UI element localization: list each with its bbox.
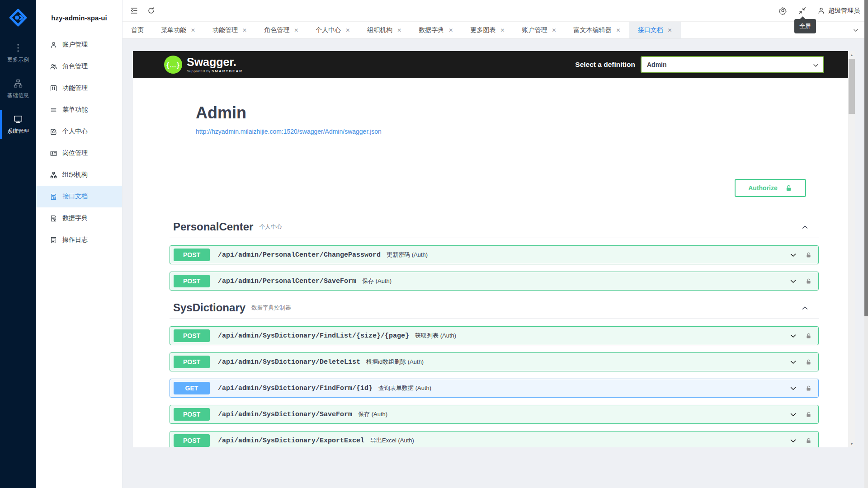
doc-search-icon [50, 193, 57, 201]
tab-label: 个人中心 [316, 26, 341, 34]
endpoint-row[interactable]: POST /api/admin/SysDictionary/ExportExce… [170, 431, 819, 447]
sidebar-item[interactable]: 菜单功能 [36, 99, 122, 121]
chevron-up-icon[interactable] [801, 304, 815, 312]
chevron-down-icon[interactable] [789, 251, 797, 259]
definition-select[interactable]: Admin [641, 56, 824, 73]
lock-open-icon[interactable] [805, 411, 812, 418]
api-title: Admin [196, 103, 824, 122]
edit-icon [50, 128, 57, 136]
select-definition-label: Select a definition [575, 61, 635, 69]
tab[interactable]: 账户管理✕ [513, 22, 565, 38]
tab-close-icon[interactable]: ✕ [616, 28, 621, 33]
endpoint-row[interactable]: POST /api/admin/SysDictionary/SaveForm 保… [170, 405, 819, 424]
tab[interactable]: 功能管理✕ [204, 22, 255, 38]
page-scrollbar[interactable] [864, 0, 868, 488]
tab[interactable]: 角色管理✕ [255, 22, 307, 38]
sidebar: hzy-admin-spa-ui 账户管理角色管理功能管理菜单功能个人中心岗位管… [36, 0, 123, 488]
sidebar-item-label: 岗位管理 [62, 149, 88, 157]
tab-close-icon[interactable]: ✕ [294, 28, 298, 33]
tab-close-icon[interactable]: ✕ [397, 28, 401, 33]
logo-diamond-icon [9, 8, 28, 27]
tab[interactable]: 富文本编辑器✕ [565, 22, 629, 38]
sidebar-item[interactable]: 数据字典 [36, 207, 122, 229]
tab-close-icon[interactable]: ✕ [552, 28, 556, 33]
sidebar-item[interactable]: 账户管理 [36, 34, 122, 56]
fullscreen-exit-icon[interactable] [798, 6, 807, 15]
lock-open-icon[interactable] [805, 333, 812, 339]
sidebar-item[interactable]: 操作日志 [36, 229, 122, 251]
tab-close-icon[interactable]: ✕ [345, 28, 350, 33]
tab[interactable]: 组织机构✕ [359, 22, 410, 38]
lock-open-icon[interactable] [805, 359, 812, 366]
lock-open-icon[interactable] [805, 437, 812, 444]
user-name: 超级管理员 [828, 7, 860, 15]
tab-label: 接口文档 [638, 26, 663, 34]
tab[interactable]: 数据字典✕ [410, 22, 462, 38]
endpoint-row[interactable]: POST /api/admin/SysDictionary/DeleteList… [170, 352, 819, 371]
org-chart-icon [13, 79, 23, 89]
endpoint-row[interactable]: GET /api/admin/SysDictionary/FindForm/{i… [170, 379, 819, 398]
sidebar-item[interactable]: 角色管理 [36, 56, 122, 77]
method-badge: POST [174, 275, 210, 287]
tab-close-icon[interactable]: ✕ [668, 28, 672, 33]
rail-item-more-examples[interactable]: 更多示例 [0, 35, 36, 71]
section-header[interactable]: SysDictionary 数据字典控制器 [170, 301, 819, 319]
tab-label: 账户管理 [522, 26, 547, 34]
sidebar-item[interactable]: 组织机构 [36, 164, 122, 186]
chevron-down-icon [812, 62, 819, 69]
authorize-button[interactable]: Authorize [735, 179, 806, 197]
tab[interactable]: 更多图表✕ [462, 22, 513, 38]
app-title: hzy-admin-spa-ui [36, 0, 122, 34]
sidebar-item[interactable]: 岗位管理 [36, 142, 122, 164]
chevron-down-icon[interactable] [789, 277, 797, 285]
tab[interactable]: 首页 [123, 22, 152, 38]
page-scrollbar-thumb[interactable] [864, 0, 868, 316]
chevron-down-icon[interactable] [789, 437, 797, 445]
app-logo[interactable] [0, 0, 36, 35]
api-section: PersonalCenter 个人中心 POST /api/admin/Pers… [164, 221, 824, 291]
tab-close-icon[interactable]: ✕ [242, 28, 247, 33]
sidebar-item[interactable]: 接口文档 [36, 186, 122, 207]
scroll-down-icon[interactable]: ▼ [848, 440, 855, 447]
swagger-logo[interactable]: {…} Swagger. Supported by SMARTBEAR [164, 56, 243, 74]
swagger-scrollbar-thumb[interactable] [849, 59, 855, 114]
tab-close-icon[interactable]: ✕ [448, 28, 453, 33]
rail-item-basic-info[interactable]: 基础信息 [0, 71, 36, 107]
chevron-down-icon[interactable] [789, 358, 797, 366]
section-header[interactable]: PersonalCenter 个人中心 [170, 221, 819, 238]
tab-close-icon[interactable]: ✕ [500, 28, 505, 33]
fullscreen-tooltip: 全屏 [794, 19, 816, 33]
endpoint-row[interactable]: POST /api/admin/PersonalCenter/SaveForm … [170, 272, 819, 291]
swagger-logo-subtext: Supported by SMARTBEAR [187, 69, 243, 73]
tab[interactable]: 个人中心✕ [307, 22, 359, 38]
lock-open-icon[interactable] [805, 385, 812, 392]
tab-label: 富文本编辑器 [574, 26, 612, 34]
user-icon [50, 41, 57, 49]
rail-item-system-management[interactable]: 系统管理 [0, 107, 36, 142]
user-menu[interactable]: 超级管理员 [817, 7, 860, 15]
endpoint-row[interactable]: POST /api/admin/SysDictionary/FindList/{… [170, 326, 819, 345]
chevron-down-icon[interactable] [789, 332, 797, 340]
refresh-icon[interactable] [147, 6, 156, 15]
chevron-down-icon[interactable] [789, 411, 797, 418]
endpoint-row[interactable]: POST /api/admin/PersonalCenter/ChangePas… [170, 245, 819, 264]
swagger-scrollbar[interactable]: ▲ ▼ [848, 51, 855, 447]
scroll-up-icon[interactable]: ▲ [848, 51, 855, 58]
sidebar-item[interactable]: 功能管理 [36, 77, 122, 99]
collapse-sidebar-icon[interactable] [130, 6, 138, 15]
tab[interactable]: 接口文档✕ [629, 22, 681, 38]
user-avatar-icon [817, 7, 825, 14]
lock-open-icon[interactable] [805, 278, 812, 285]
section-endpoints: POST /api/admin/PersonalCenter/ChangePas… [170, 238, 819, 291]
chevron-up-icon[interactable] [801, 223, 815, 231]
tab-close-icon[interactable]: ✕ [191, 28, 195, 33]
sidebar-item-label: 组织机构 [62, 171, 88, 179]
tab[interactable]: 菜单功能✕ [152, 22, 204, 38]
chevron-down-icon[interactable] [789, 385, 797, 392]
lock-open-icon[interactable] [805, 252, 812, 258]
settings-gear-icon[interactable] [778, 6, 787, 15]
sidebar-item[interactable]: 个人中心 [36, 121, 122, 142]
dots-vertical-icon [13, 43, 23, 53]
endpoint-description: 更新密码 (Auth) [387, 251, 428, 259]
spec-url-link[interactable]: http://hzyadmin.milaizhijie.com:1520/swa… [196, 128, 382, 135]
